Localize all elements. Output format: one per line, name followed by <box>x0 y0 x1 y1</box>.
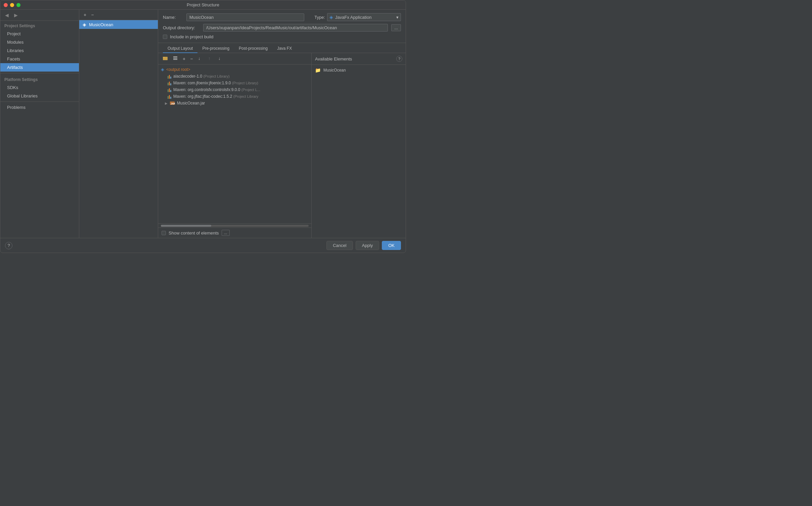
tree-remove-btn[interactable]: − <box>188 55 194 62</box>
type-wrapper: Type: ◈ JavaFx Application ▾ <box>314 13 401 21</box>
type-select[interactable]: ◈ JavaFx Application ▾ <box>327 13 401 21</box>
output-label: Output directory: <box>163 25 200 30</box>
root-icon: ◈ <box>161 67 164 72</box>
available-title: Available Elements <box>315 56 352 61</box>
scrollbar-track <box>161 225 309 227</box>
tree-item-maven-controlsfx[interactable]: Maven: org.controlsfx:controlsfx:9.0.0 (… <box>158 86 311 93</box>
include-label: Include in project build <box>170 34 213 39</box>
sidebar-nav: ◀ ▶ <box>0 10 79 21</box>
tree-down-btn[interactable]: ↓ <box>216 54 225 63</box>
lib-icon-2 <box>168 81 171 85</box>
artifact-icon: ◈ <box>83 22 86 27</box>
show-content-more-button[interactable]: ... <box>222 230 230 236</box>
svg-rect-2 <box>173 56 177 57</box>
jar-icon: JAR <box>170 101 175 106</box>
svg-text:↑: ↑ <box>208 56 211 61</box>
traffic-lights <box>4 3 20 7</box>
layout-area: + − ↓ ↑ <box>158 53 406 238</box>
tabs-bar: Output Layout Pre-processing Post-proces… <box>158 43 406 53</box>
remove-artifact-button[interactable]: − <box>89 11 95 18</box>
available-elements-panel: Available Elements ? 📁 MusicOcean <box>312 53 406 238</box>
tab-pre-processing[interactable]: Pre-processing <box>197 44 234 53</box>
expand-icon: ▶ <box>165 101 168 105</box>
forward-arrow-icon[interactable]: ▶ <box>13 12 19 18</box>
ok-button[interactable]: OK <box>382 241 401 250</box>
close-button[interactable] <box>4 3 8 7</box>
tree-item-musicocean-jar[interactable]: ▶ JAR MusicOcean.jar <box>158 100 311 107</box>
show-content-checkbox[interactable] <box>162 231 166 235</box>
tree-content: ◈ <output root> alacdecoder-1.0 <box>158 65 311 223</box>
folder-icon: 📁 <box>315 68 321 73</box>
sidebar: ◀ ▶ Project Settings Project Modules Lib… <box>0 10 79 238</box>
artifact-header: Name: Type: ◈ JavaFx Application ▾ <box>158 10 406 43</box>
svg-text:↓: ↓ <box>198 56 200 61</box>
tree-item-output-root[interactable]: ◈ <output root> <box>158 66 311 73</box>
type-select-arrow-icon: ▾ <box>396 15 399 20</box>
footer-left: ? <box>5 242 12 249</box>
name-label: Name: <box>163 15 183 20</box>
artifact-list-item-musicocean[interactable]: ◈ MusicOcean <box>79 20 158 29</box>
sidebar-item-facets[interactable]: Facets <box>0 55 79 63</box>
titlebar: Project Structure <box>0 0 406 10</box>
add-artifact-button[interactable]: + <box>82 11 88 18</box>
footer: ? Cancel Apply OK <box>0 238 406 253</box>
type-label: Type: <box>314 15 325 20</box>
window-title: Project Structure <box>187 2 219 7</box>
back-arrow-icon[interactable]: ◀ <box>4 12 10 18</box>
lib-icon <box>168 74 171 79</box>
tree-item-maven-jfoenix[interactable]: Maven: com.jfoenix:jfoenix:1.9.0 (Projec… <box>158 80 311 86</box>
output-row: Output directory: ... <box>163 24 401 32</box>
tree-up-btn[interactable]: ↑ <box>206 54 215 63</box>
name-input[interactable] <box>186 13 304 21</box>
artifact-list-content: ◈ MusicOcean <box>79 20 158 238</box>
svg-rect-1 <box>163 57 165 58</box>
sidebar-item-artifacts[interactable]: Artifacts <box>0 63 79 72</box>
show-content-row: Show content of elements ... <box>158 228 311 238</box>
tree-sort-btn[interactable]: ↓ <box>196 54 205 63</box>
lib-icon-4 <box>168 94 171 99</box>
main-content: ◀ ▶ Project Settings Project Modules Lib… <box>0 10 406 238</box>
tree-toolbar: + − ↓ ↑ <box>158 53 311 65</box>
platform-settings-label: Platform Settings <box>0 75 79 83</box>
sidebar-item-libraries[interactable]: Libraries <box>0 46 79 55</box>
tab-java-fx[interactable]: Java FX <box>272 44 297 53</box>
available-help-button[interactable]: ? <box>396 56 402 62</box>
available-header: Available Elements ? <box>312 53 406 65</box>
tree-add-btn[interactable]: + <box>181 55 187 62</box>
include-checkbox[interactable] <box>163 35 167 39</box>
show-content-label: Show content of elements <box>169 230 219 236</box>
sidebar-item-modules[interactable]: Modules <box>0 38 79 46</box>
svg-rect-4 <box>173 59 177 60</box>
bottom-panel: Show content of elements ... <box>158 223 311 238</box>
cancel-button[interactable]: Cancel <box>326 241 353 250</box>
tree-item-maven-jflac[interactable]: Maven: org.jflac:jflac-codec:1.5.2 (Proj… <box>158 93 311 100</box>
scrollbar-thumb <box>161 225 211 227</box>
maximize-button[interactable] <box>16 3 20 7</box>
tree-folder-btn[interactable] <box>161 54 170 63</box>
output-input[interactable] <box>203 24 388 32</box>
sidebar-item-global-libraries[interactable]: Global Libraries <box>0 92 79 100</box>
lib-icon-3 <box>168 87 171 92</box>
help-button[interactable]: ? <box>5 242 12 249</box>
tab-output-layout[interactable]: Output Layout <box>163 44 197 53</box>
scrollbar-area[interactable] <box>158 224 311 228</box>
sidebar-divider <box>0 73 79 73</box>
minimize-button[interactable] <box>10 3 14 7</box>
include-row: Include in project build <box>163 34 401 39</box>
tree-panel: + − ↓ ↑ <box>158 53 312 238</box>
output-browse-button[interactable]: ... <box>391 24 401 31</box>
sidebar-item-problems[interactable]: Problems <box>0 103 79 112</box>
avail-item-musicocean[interactable]: 📁 MusicOcean <box>312 66 406 74</box>
type-select-icon: ◈ <box>329 14 333 20</box>
project-settings-label: Project Settings <box>0 21 79 30</box>
sidebar-item-sdks[interactable]: SDKs <box>0 83 79 92</box>
svg-text:↓: ↓ <box>218 56 221 61</box>
svg-text:JAR: JAR <box>171 102 175 105</box>
artifact-list-toolbar: + − <box>79 10 158 20</box>
artifact-list-panel: + − ◈ MusicOcean <box>79 10 158 238</box>
tree-list-btn[interactable] <box>171 54 180 63</box>
sidebar-item-project[interactable]: Project <box>0 30 79 38</box>
tab-post-processing[interactable]: Post-processing <box>234 44 272 53</box>
tree-item-alacdecoder[interactable]: alacdecoder-1.0 (Project Library) <box>158 73 311 80</box>
apply-button[interactable]: Apply <box>356 241 379 250</box>
